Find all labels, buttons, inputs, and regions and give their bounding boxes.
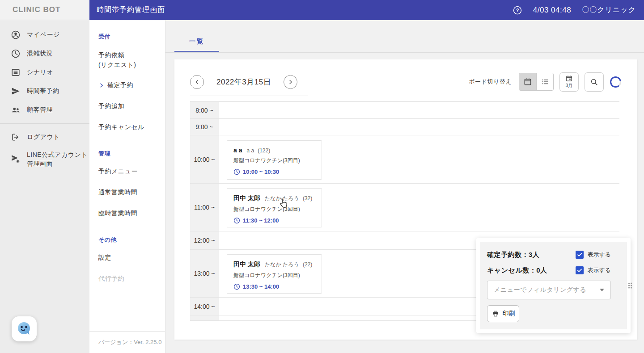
scenario-icon — [11, 67, 21, 77]
tab-bar: 一覧 — [165, 20, 644, 53]
clock-icon — [233, 217, 240, 224]
submenu-item-add-reservation[interactable]: 予約追加 — [98, 102, 159, 110]
next-day-button[interactable] — [284, 75, 297, 89]
time-label: 9:00 ~ — [190, 119, 219, 135]
print-button-label: 印刷 — [503, 310, 515, 318]
patient-name: a a — [233, 147, 242, 154]
sidebar-item-label: ログアウト — [27, 133, 60, 141]
patient-kana: たなか たろう — [265, 261, 299, 269]
cancelled-count-label: キャンセル数：0人 — [487, 266, 547, 275]
submenu-item-regular-hours[interactable]: 通常営業時間 — [98, 189, 159, 197]
patient-number: (122) — [258, 147, 270, 154]
send-icon — [11, 86, 21, 96]
submenu-item-request[interactable]: 予約依頼(リクエスト) — [98, 50, 159, 70]
checkbox-checked-icon[interactable] — [576, 266, 584, 274]
sidebar-item-customers[interactable]: 顧客管理 — [0, 101, 89, 119]
submenu-item-cancel-reservation[interactable]: 予約キャンセル — [98, 123, 159, 131]
main-area: 一覧 2022年3月15日 ボード切り替え — [165, 20, 644, 353]
clock-icon — [11, 49, 21, 59]
submenu-heading-reception: 受付 — [98, 33, 159, 41]
sidebar: マイページ 混雑状況 シナリオ 時間帯予約 顧客管理 ログアウト — [0, 20, 89, 353]
chatbot-icon — [15, 320, 33, 338]
sidebar-item-line-manager[interactable]: LINE公式アカウント管理画面 — [0, 147, 89, 172]
chatbot-button[interactable] — [12, 316, 37, 341]
confirmed-show-toggle[interactable]: 表示する — [576, 251, 611, 259]
schedule-cell[interactable] — [219, 119, 619, 135]
month-button-label: 3月 — [566, 83, 573, 89]
sidebar-item-label: マイページ — [27, 31, 60, 39]
chevron-down-icon — [600, 289, 604, 291]
appointment-card[interactable]: 田中 太郎 たなか たろう (32) 新型コロナワクチン(3回目) 11:30 … — [227, 188, 322, 227]
cancelled-show-toggle[interactable]: 表示する — [576, 266, 611, 274]
clock-icon — [233, 283, 240, 290]
appointment-menu: 新型コロナワクチン(3回目) — [233, 206, 315, 213]
sidebar-item-mypage[interactable]: マイページ — [0, 25, 89, 44]
appointment-time: 13:30 ~ 14:00 — [243, 283, 279, 290]
patient-kana: たなか たろう — [265, 195, 299, 202]
appointment-time: 11:30 ~ 12:00 — [243, 217, 279, 224]
submenu: 受付 予約依頼(リクエスト) 確定予約 予約追加 予約キャンセル 管理 予約メニ… — [89, 20, 165, 353]
list-view-button[interactable] — [536, 73, 553, 90]
menu-filter-select[interactable]: メニューでフィルタリングする — [487, 281, 611, 299]
calendar-icon — [523, 77, 532, 86]
chevron-right-icon — [287, 79, 294, 85]
schedule-cell[interactable] — [219, 102, 619, 118]
current-date: 2022年3月15日 — [216, 77, 271, 87]
search-button[interactable] — [585, 72, 604, 92]
submenu-item-confirmed[interactable]: 確定予約 — [98, 81, 159, 89]
people-icon — [11, 105, 21, 115]
calendar-view-button[interactable] — [519, 73, 536, 90]
patient-kana: a a — [246, 147, 254, 154]
summary-panel: 確定予約数：3人 表示する キャンセル数：0人 表示する メ — [476, 238, 631, 333]
time-label: 13:00 ~ — [190, 250, 219, 297]
appointment-menu: 新型コロナワクチン(3回目) — [233, 157, 315, 164]
submenu-item-temporary-hours[interactable]: 臨時営業時間 — [98, 210, 159, 218]
drag-handle[interactable] — [627, 281, 631, 290]
submenu-item-settings[interactable]: 設定 — [98, 254, 159, 262]
sidebar-item-label: 顧客管理 — [27, 106, 53, 114]
tab-list[interactable]: 一覧 — [174, 32, 219, 52]
sidebar-item-congestion[interactable]: 混雑状況 — [0, 44, 89, 63]
time-label: 14:00 ~ — [190, 298, 219, 315]
patient-name: 田中 太郎 — [233, 194, 260, 202]
sidebar-item-label: 混雑状況 — [27, 50, 53, 58]
header-datetime: 4/03 04:48 — [533, 6, 571, 15]
sidebar-item-label: 時間帯予約 — [27, 87, 59, 95]
appointment-time: 10:00 ~ 10:30 — [243, 168, 279, 175]
submenu-item-reservation-menu[interactable]: 予約メニュー — [98, 168, 159, 176]
show-label: 表示する — [587, 266, 611, 274]
clinic-name: 〇〇クリニック — [582, 5, 636, 15]
sidebar-item-timeslot[interactable]: 時間帯予約 — [0, 82, 89, 101]
board-toggle-label: ボード切り替え — [469, 78, 512, 86]
chevron-left-icon — [194, 79, 200, 85]
app-logo: CLINIC BOT — [0, 0, 89, 20]
time-label: 8:00 ~ — [190, 102, 219, 118]
loading-spinner-icon — [610, 76, 622, 88]
top-bar: CLINIC BOT 時間帯予約管理画面 ? 4/03 04:48 〇〇クリニッ… — [0, 0, 644, 20]
patient-name: 田中 太郎 — [233, 261, 260, 269]
version-label: バージョン：Ver. 2.25.0 — [89, 331, 165, 353]
sidebar-item-label: シナリオ — [27, 68, 53, 76]
board-controls: ボード切り替え 3月 — [469, 72, 622, 92]
filter-placeholder: メニューでフィルタリングする — [494, 286, 586, 294]
clock-icon — [233, 168, 240, 175]
appointment-card[interactable]: a a a a (122) 新型コロナワクチン(3回目) 10:00 ~ 10:… — [227, 140, 322, 180]
print-button[interactable]: 印刷 — [487, 305, 519, 322]
appointment-card[interactable]: 田中 太郎 たなか たろう (22) 新型コロナワクチン(3回目) 13:30 … — [227, 254, 322, 294]
patient-number: (32) — [303, 195, 312, 202]
help-icon[interactable]: ? — [513, 5, 522, 15]
search-icon — [590, 78, 598, 86]
sidebar-item-scenario[interactable]: シナリオ — [0, 63, 89, 82]
checkbox-checked-icon[interactable] — [576, 251, 584, 259]
sidebar-item-logout[interactable]: ログアウト — [0, 128, 89, 147]
confirmed-count-label: 確定予約数：3人 — [487, 251, 539, 259]
time-label: 11:00 ~ — [190, 184, 219, 231]
month-view-button[interactable]: 3月 — [559, 72, 579, 92]
time-label: 12:00 ~ — [190, 231, 219, 249]
prev-day-button[interactable] — [190, 75, 204, 89]
time-label: 10:00 ~ — [190, 135, 219, 183]
sidebar-divider — [0, 123, 89, 124]
printer-icon — [491, 310, 500, 318]
logout-icon — [11, 132, 21, 142]
appointment-menu: 新型コロナワクチン(3回目) — [233, 272, 315, 279]
